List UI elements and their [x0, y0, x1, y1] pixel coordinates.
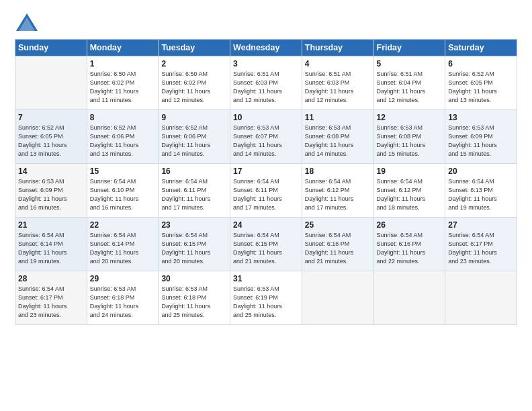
day-number: 16 — [161, 167, 227, 176]
calendar-week-row: 14Sunrise: 6:53 AM Sunset: 6:09 PM Dayli… — [15, 164, 517, 218]
day-number: 1 — [90, 59, 156, 68]
day-number: 28 — [18, 274, 84, 283]
day-number: 13 — [448, 113, 514, 122]
calendar-cell: 28Sunrise: 6:54 AM Sunset: 6:17 PM Dayli… — [15, 271, 87, 325]
calendar-cell: 9Sunrise: 6:52 AM Sunset: 6:06 PM Daylig… — [159, 110, 230, 164]
calendar-cell: 16Sunrise: 6:54 AM Sunset: 6:11 PM Dayli… — [159, 164, 230, 218]
calendar-cell: 22Sunrise: 6:54 AM Sunset: 6:14 PM Dayli… — [87, 218, 159, 271]
calendar-cell: 25Sunrise: 6:54 AM Sunset: 6:16 PM Dayli… — [302, 218, 373, 271]
calendar-cell: 10Sunrise: 6:53 AM Sunset: 6:07 PM Dayli… — [230, 110, 302, 164]
day-number: 17 — [233, 167, 299, 176]
day-number: 14 — [18, 167, 84, 176]
day-info: Sunrise: 6:50 AM Sunset: 6:02 PM Dayligh… — [161, 70, 227, 105]
day-info: Sunrise: 6:52 AM Sunset: 6:06 PM Dayligh… — [161, 124, 227, 158]
calendar-cell: 31Sunrise: 6:53 AM Sunset: 6:19 PM Dayli… — [230, 271, 302, 325]
day-info: Sunrise: 6:53 AM Sunset: 6:18 PM Dayligh… — [161, 285, 227, 320]
day-number: 4 — [305, 59, 371, 68]
calendar-cell: 19Sunrise: 6:54 AM Sunset: 6:12 PM Dayli… — [373, 164, 445, 218]
calendar-cell — [445, 271, 517, 325]
day-number: 5 — [377, 59, 443, 68]
calendar-cell: 23Sunrise: 6:54 AM Sunset: 6:15 PM Dayli… — [159, 218, 230, 271]
day-info: Sunrise: 6:53 AM Sunset: 6:07 PM Dayligh… — [233, 124, 299, 158]
day-header-monday: Monday — [87, 40, 159, 56]
day-number: 12 — [377, 113, 443, 122]
calendar-cell: 7Sunrise: 6:52 AM Sunset: 6:05 PM Daylig… — [15, 110, 87, 164]
day-number: 23 — [161, 220, 227, 230]
day-info: Sunrise: 6:52 AM Sunset: 6:05 PM Dayligh… — [448, 70, 514, 105]
day-number: 18 — [305, 167, 371, 176]
calendar-week-row: 28Sunrise: 6:54 AM Sunset: 6:17 PM Dayli… — [15, 271, 517, 325]
calendar-cell: 11Sunrise: 6:53 AM Sunset: 6:08 PM Dayli… — [302, 110, 373, 164]
day-info: Sunrise: 6:53 AM Sunset: 6:18 PM Dayligh… — [90, 285, 156, 320]
day-number: 30 — [161, 274, 227, 283]
calendar-cell: 24Sunrise: 6:54 AM Sunset: 6:15 PM Dayli… — [230, 218, 302, 271]
day-info: Sunrise: 6:51 AM Sunset: 6:04 PM Dayligh… — [377, 70, 443, 105]
day-number: 6 — [448, 59, 514, 68]
day-number: 2 — [161, 59, 227, 68]
day-header-thursday: Thursday — [302, 40, 373, 56]
calendar-cell: 21Sunrise: 6:54 AM Sunset: 6:14 PM Dayli… — [15, 218, 87, 271]
day-number: 25 — [305, 220, 371, 230]
day-number: 11 — [305, 113, 371, 122]
logo — [15, 12, 42, 32]
day-info: Sunrise: 6:54 AM Sunset: 6:12 PM Dayligh… — [305, 177, 371, 212]
day-number: 22 — [90, 220, 156, 230]
day-number: 9 — [161, 113, 227, 122]
day-number: 24 — [233, 220, 299, 230]
day-number: 21 — [18, 220, 84, 230]
calendar-cell: 27Sunrise: 6:54 AM Sunset: 6:17 PM Dayli… — [445, 218, 517, 271]
day-info: Sunrise: 6:51 AM Sunset: 6:03 PM Dayligh… — [233, 70, 299, 105]
calendar-cell: 18Sunrise: 6:54 AM Sunset: 6:12 PM Dayli… — [302, 164, 373, 218]
day-info: Sunrise: 6:54 AM Sunset: 6:15 PM Dayligh… — [161, 231, 227, 266]
calendar-cell: 30Sunrise: 6:53 AM Sunset: 6:18 PM Dayli… — [159, 271, 230, 325]
day-info: Sunrise: 6:52 AM Sunset: 6:06 PM Dayligh… — [90, 124, 156, 158]
day-info: Sunrise: 6:54 AM Sunset: 6:17 PM Dayligh… — [448, 231, 514, 266]
calendar-cell: 6Sunrise: 6:52 AM Sunset: 6:05 PM Daylig… — [445, 56, 517, 110]
day-info: Sunrise: 6:54 AM Sunset: 6:13 PM Dayligh… — [448, 177, 514, 212]
day-info: Sunrise: 6:53 AM Sunset: 6:09 PM Dayligh… — [18, 177, 84, 212]
day-number: 10 — [233, 113, 299, 122]
day-number: 7 — [18, 113, 84, 122]
calendar-cell: 14Sunrise: 6:53 AM Sunset: 6:09 PM Dayli… — [15, 164, 87, 218]
day-number: 20 — [448, 167, 514, 176]
day-info: Sunrise: 6:54 AM Sunset: 6:12 PM Dayligh… — [377, 177, 443, 212]
day-number: 3 — [233, 59, 299, 68]
calendar-cell: 1Sunrise: 6:50 AM Sunset: 6:02 PM Daylig… — [87, 56, 159, 110]
calendar-cell: 13Sunrise: 6:53 AM Sunset: 6:09 PM Dayli… — [445, 110, 517, 164]
day-number: 27 — [448, 220, 514, 230]
calendar: SundayMondayTuesdayWednesdayThursdayFrid… — [15, 39, 517, 325]
day-info: Sunrise: 6:53 AM Sunset: 6:19 PM Dayligh… — [233, 285, 299, 320]
calendar-cell: 15Sunrise: 6:54 AM Sunset: 6:10 PM Dayli… — [87, 164, 159, 218]
day-header-friday: Friday — [373, 40, 445, 56]
logo-icon — [15, 12, 39, 32]
day-info: Sunrise: 6:53 AM Sunset: 6:08 PM Dayligh… — [377, 124, 443, 158]
calendar-header-row: SundayMondayTuesdayWednesdayThursdayFrid… — [15, 40, 517, 56]
day-header-wednesday: Wednesday — [230, 40, 302, 56]
day-header-saturday: Saturday — [445, 40, 517, 56]
calendar-cell: 2Sunrise: 6:50 AM Sunset: 6:02 PM Daylig… — [159, 56, 230, 110]
calendar-cell — [373, 271, 445, 325]
day-header-sunday: Sunday — [15, 40, 87, 56]
page: SundayMondayTuesdayWednesdayThursdayFrid… — [0, 0, 532, 411]
day-info: Sunrise: 6:54 AM Sunset: 6:11 PM Dayligh… — [233, 177, 299, 212]
calendar-cell: 20Sunrise: 6:54 AM Sunset: 6:13 PM Dayli… — [445, 164, 517, 218]
day-info: Sunrise: 6:52 AM Sunset: 6:05 PM Dayligh… — [18, 124, 84, 158]
day-number: 19 — [377, 167, 443, 176]
calendar-week-row: 21Sunrise: 6:54 AM Sunset: 6:14 PM Dayli… — [15, 218, 517, 271]
day-number: 26 — [377, 220, 443, 230]
day-info: Sunrise: 6:53 AM Sunset: 6:08 PM Dayligh… — [305, 124, 371, 158]
day-number: 8 — [90, 113, 156, 122]
day-info: Sunrise: 6:54 AM Sunset: 6:17 PM Dayligh… — [18, 285, 84, 320]
day-info: Sunrise: 6:54 AM Sunset: 6:16 PM Dayligh… — [377, 231, 443, 266]
calendar-cell: 4Sunrise: 6:51 AM Sunset: 6:03 PM Daylig… — [302, 56, 373, 110]
calendar-cell: 26Sunrise: 6:54 AM Sunset: 6:16 PM Dayli… — [373, 218, 445, 271]
day-number: 31 — [233, 274, 299, 283]
calendar-cell — [15, 56, 87, 110]
calendar-week-row: 1Sunrise: 6:50 AM Sunset: 6:02 PM Daylig… — [15, 56, 517, 110]
day-info: Sunrise: 6:54 AM Sunset: 6:16 PM Dayligh… — [305, 231, 371, 266]
calendar-week-row: 7Sunrise: 6:52 AM Sunset: 6:05 PM Daylig… — [15, 110, 517, 164]
day-info: Sunrise: 6:50 AM Sunset: 6:02 PM Dayligh… — [90, 70, 156, 105]
calendar-cell: 8Sunrise: 6:52 AM Sunset: 6:06 PM Daylig… — [87, 110, 159, 164]
day-number: 15 — [90, 167, 156, 176]
calendar-cell: 3Sunrise: 6:51 AM Sunset: 6:03 PM Daylig… — [230, 56, 302, 110]
